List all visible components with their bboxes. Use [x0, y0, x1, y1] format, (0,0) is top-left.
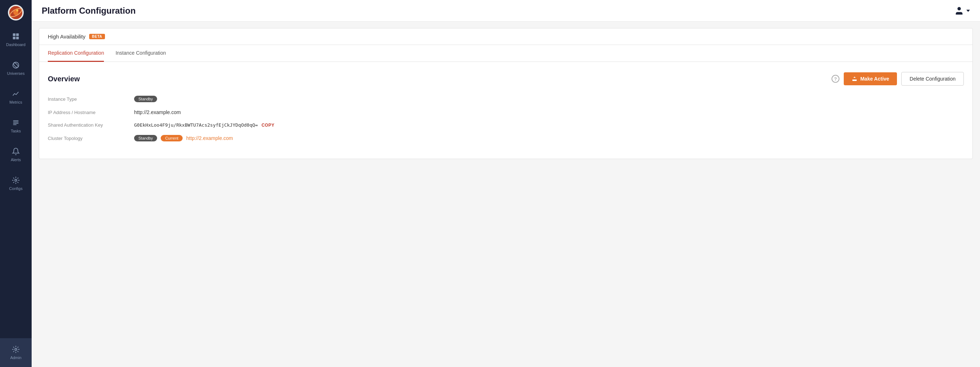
user-menu[interactable] — [954, 6, 970, 16]
ip-address-label: IP Address / Hostname — [48, 110, 134, 115]
svg-rect-7 — [16, 37, 19, 39]
sidebar-item-universes-label: Universes — [7, 71, 25, 75]
sidebar-item-metrics[interactable]: Metrics — [0, 83, 32, 112]
sidebar-item-alerts-label: Alerts — [11, 158, 21, 162]
topology-link[interactable]: http://2.example.com — [186, 135, 233, 141]
auth-key-text: G0EkHxLoo4F9ju/RkxBWTU7Acs2syfEjCkJYDqOd… — [134, 122, 258, 128]
sidebar-item-tasks-label: Tasks — [11, 129, 21, 133]
auth-key-row: Shared Authentication Key G0EkHxLoo4F9ju… — [48, 122, 964, 128]
main-content: Platform Configuration High Availability… — [32, 0, 980, 367]
configs-icon — [12, 176, 20, 184]
sidebar-item-tasks[interactable]: Tasks — [0, 112, 32, 140]
overview-title: Overview — [48, 75, 80, 83]
topbar: Platform Configuration — [32, 0, 980, 22]
logo-svg — [10, 6, 22, 19]
sidebar-item-dashboard-label: Dashboard — [6, 43, 25, 47]
main-tab-header: High Availability BETA — [39, 29, 972, 45]
svg-point-15 — [15, 348, 17, 351]
instance-type-value: Standby — [134, 96, 157, 102]
svg-point-14 — [15, 179, 17, 181]
instance-type-label: Instance Type — [48, 96, 134, 102]
svg-rect-5 — [16, 34, 19, 36]
auth-key-label: Shared Authentication Key — [48, 122, 134, 128]
tab-instance[interactable]: Instance Configuration — [115, 45, 166, 62]
tab-ha-label: High Availability — [48, 34, 86, 40]
overview-header: Overview ? Make Active Delete Configurat… — [48, 72, 964, 86]
topology-current-badge: Current — [161, 135, 183, 141]
logo-circle — [8, 5, 24, 21]
ip-address-value: http://2.example.com — [134, 109, 181, 115]
sidebar-logo — [0, 0, 32, 25]
cluster-topology-row: Cluster Topology Standby Current http://… — [48, 135, 964, 141]
admin-icon — [12, 345, 20, 353]
tasks-icon — [12, 119, 20, 127]
sidebar-item-universes[interactable]: Universes — [0, 54, 32, 83]
sidebar-bottom: Admin — [0, 338, 32, 367]
sidebar-item-admin-label: Admin — [10, 356, 21, 360]
alerts-icon — [12, 147, 20, 155]
ip-address-text: http://2.example.com — [134, 109, 181, 115]
content-area: High Availability BETA Replication Confi… — [32, 22, 980, 367]
ip-address-row: IP Address / Hostname http://2.example.c… — [48, 109, 964, 115]
sidebar-item-configs-label: Configs — [9, 187, 22, 191]
cluster-topology-value: Standby Current http://2.example.com — [134, 135, 233, 141]
beta-badge: BETA — [89, 34, 105, 39]
svg-rect-4 — [13, 34, 16, 36]
metrics-icon — [12, 90, 20, 98]
sidebar: Dashboard Universes Metrics Tasks Alerts — [0, 0, 32, 367]
make-active-label: Make Active — [860, 76, 889, 82]
copy-button[interactable]: COPY — [261, 123, 274, 128]
svg-rect-6 — [13, 37, 16, 39]
user-icon — [954, 6, 964, 16]
overview-actions: ? Make Active Delete Configuration — [832, 72, 964, 86]
help-icon[interactable]: ? — [832, 75, 840, 83]
svg-point-3 — [16, 10, 18, 11]
instance-type-row: Instance Type Standby — [48, 96, 964, 102]
topology-standby-badge: Standby — [134, 135, 157, 141]
make-active-button[interactable]: Make Active — [844, 72, 897, 85]
upload-icon — [852, 76, 858, 82]
sidebar-item-dashboard[interactable]: Dashboard — [0, 25, 32, 54]
main-card: High Availability BETA Replication Confi… — [39, 28, 973, 159]
svg-point-16 — [957, 7, 961, 10]
sidebar-item-admin[interactable]: Admin — [0, 338, 32, 367]
delete-config-button[interactable]: Delete Configuration — [901, 72, 964, 86]
dashboard-icon — [12, 32, 20, 40]
overview-section: Overview ? Make Active Delete Configurat… — [39, 62, 972, 159]
universes-icon — [12, 61, 20, 69]
sub-tabs: Replication Configuration Instance Confi… — [39, 45, 972, 62]
sidebar-item-configs[interactable]: Configs — [0, 169, 32, 198]
chevron-down-icon — [966, 10, 970, 12]
logo-icon — [10, 6, 22, 19]
page-title: Platform Configuration — [42, 6, 135, 16]
auth-key-value: G0EkHxLoo4F9ju/RkxBWTU7Acs2syfEjCkJYDqOd… — [134, 122, 274, 128]
sidebar-item-alerts[interactable]: Alerts — [0, 140, 32, 169]
cluster-topology-label: Cluster Topology — [48, 136, 134, 141]
tab-ha[interactable]: High Availability BETA — [48, 29, 105, 45]
sidebar-item-metrics-label: Metrics — [10, 100, 22, 104]
tab-replication[interactable]: Replication Configuration — [48, 45, 104, 62]
standby-badge: Standby — [134, 96, 157, 102]
